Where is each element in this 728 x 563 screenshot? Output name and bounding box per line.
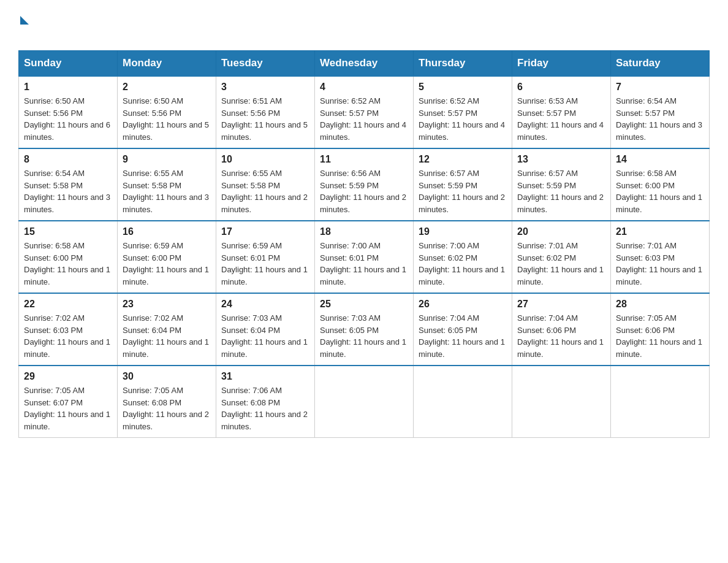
day-number: 7 [616,82,704,93]
calendar-cell: 23 Sunrise: 7:02 AMSunset: 6:04 PMDaylig… [118,293,216,366]
day-header-wednesday: Wednesday [315,51,414,77]
day-info: Sunrise: 7:05 AMSunset: 6:06 PMDaylight:… [616,313,702,359]
day-number: 16 [123,226,211,237]
calendar-cell: 16 Sunrise: 6:59 AMSunset: 6:00 PMDaylig… [118,221,216,293]
calendar-cell: 7 Sunrise: 6:54 AMSunset: 5:57 PMDayligh… [611,76,710,148]
calendar-cell: 9 Sunrise: 6:55 AMSunset: 5:58 PMDayligh… [118,148,216,221]
day-info: Sunrise: 7:02 AMSunset: 6:03 PMDaylight:… [24,313,110,359]
calendar-week-row: 1 Sunrise: 6:50 AMSunset: 5:56 PMDayligh… [19,76,710,148]
day-number: 27 [517,299,605,310]
day-number: 17 [221,226,309,237]
day-number: 10 [221,154,309,165]
day-number: 5 [419,82,507,93]
day-header-tuesday: Tuesday [216,51,315,77]
day-number: 24 [221,299,309,310]
day-number: 30 [123,371,211,382]
day-info: Sunrise: 6:54 AMSunset: 5:57 PMDaylight:… [616,96,702,142]
day-info: Sunrise: 6:58 AMSunset: 6:00 PMDaylight:… [24,241,110,286]
logo: G [18,12,33,40]
calendar-week-row: 8 Sunrise: 6:54 AMSunset: 5:58 PMDayligh… [19,148,710,221]
day-number: 12 [419,154,507,165]
day-number: 18 [320,226,408,237]
day-info: Sunrise: 6:53 AMSunset: 5:57 PMDaylight:… [517,96,604,142]
day-number: 28 [616,299,704,310]
day-number: 21 [616,226,704,237]
day-info: Sunrise: 7:00 AMSunset: 6:01 PMDaylight:… [320,241,406,286]
calendar-cell: 1 Sunrise: 6:50 AMSunset: 5:56 PMDayligh… [19,76,118,148]
day-info: Sunrise: 7:05 AMSunset: 6:07 PMDaylight:… [24,386,110,431]
day-info: Sunrise: 7:05 AMSunset: 6:08 PMDaylight:… [123,386,209,431]
day-info: Sunrise: 7:00 AMSunset: 6:02 PMDaylight:… [419,241,505,286]
day-info: Sunrise: 7:03 AMSunset: 6:05 PMDaylight:… [320,313,406,359]
day-number: 2 [123,82,211,93]
calendar-cell: 25 Sunrise: 7:03 AMSunset: 6:05 PMDaylig… [315,293,414,366]
calendar-cell: 12 Sunrise: 6:57 AMSunset: 5:59 PMDaylig… [414,148,512,221]
calendar-cell: 18 Sunrise: 7:00 AMSunset: 6:01 PMDaylig… [315,221,414,293]
calendar-week-row: 15 Sunrise: 6:58 AMSunset: 6:00 PMDaylig… [19,221,710,293]
day-number: 31 [221,371,309,382]
calendar-cell: 21 Sunrise: 7:01 AMSunset: 6:03 PMDaylig… [611,221,710,293]
calendar-cell: 15 Sunrise: 6:58 AMSunset: 6:00 PMDaylig… [19,221,118,293]
calendar-cell: 30 Sunrise: 7:05 AMSunset: 6:08 PMDaylig… [118,366,216,438]
day-info: Sunrise: 7:03 AMSunset: 6:04 PMDaylight:… [221,313,308,359]
calendar-cell: 24 Sunrise: 7:03 AMSunset: 6:04 PMDaylig… [216,293,315,366]
day-number: 15 [24,226,112,237]
calendar-week-row: 29 Sunrise: 7:05 AMSunset: 6:07 PMDaylig… [19,366,710,438]
calendar-cell [611,366,710,438]
day-number: 26 [419,299,507,310]
calendar-cell: 22 Sunrise: 7:02 AMSunset: 6:03 PMDaylig… [19,293,118,366]
day-info: Sunrise: 6:50 AMSunset: 5:56 PMDaylight:… [24,96,110,142]
day-info: Sunrise: 6:57 AMSunset: 5:59 PMDaylight:… [517,169,604,214]
calendar-cell: 11 Sunrise: 6:56 AMSunset: 5:59 PMDaylig… [315,148,414,221]
day-header-saturday: Saturday [611,51,710,77]
day-number: 29 [24,371,112,382]
day-number: 4 [320,82,408,93]
day-number: 19 [419,226,507,237]
calendar-cell: 20 Sunrise: 7:01 AMSunset: 6:02 PMDaylig… [512,221,611,293]
day-info: Sunrise: 6:59 AMSunset: 6:01 PMDaylight:… [221,241,308,286]
calendar-week-row: 22 Sunrise: 7:02 AMSunset: 6:03 PMDaylig… [19,293,710,366]
day-number: 13 [517,154,605,165]
calendar-cell: 26 Sunrise: 7:04 AMSunset: 6:05 PMDaylig… [414,293,512,366]
calendar-cell: 31 Sunrise: 7:06 AMSunset: 6:08 PMDaylig… [216,366,315,438]
header: G [18,12,710,40]
day-info: Sunrise: 6:52 AMSunset: 5:57 PMDaylight:… [320,96,406,142]
calendar-cell: 28 Sunrise: 7:05 AMSunset: 6:06 PMDaylig… [611,293,710,366]
calendar-cell [512,366,611,438]
calendar-cell: 27 Sunrise: 7:04 AMSunset: 6:06 PMDaylig… [512,293,611,366]
day-info: Sunrise: 6:57 AMSunset: 5:59 PMDaylight:… [419,169,505,214]
calendar-cell: 13 Sunrise: 6:57 AMSunset: 5:59 PMDaylig… [512,148,611,221]
day-info: Sunrise: 7:01 AMSunset: 6:03 PMDaylight:… [616,241,702,286]
calendar-cell [414,366,512,438]
calendar-cell: 14 Sunrise: 6:58 AMSunset: 6:00 PMDaylig… [611,148,710,221]
calendar-table: SundayMondayTuesdayWednesdayThursdayFrid… [18,50,710,438]
calendar-cell: 5 Sunrise: 6:52 AMSunset: 5:57 PMDayligh… [414,76,512,148]
day-number: 9 [123,154,211,165]
day-number: 11 [320,154,408,165]
day-info: Sunrise: 6:52 AMSunset: 5:57 PMDaylight:… [419,96,505,142]
day-number: 22 [24,299,112,310]
calendar-cell: 2 Sunrise: 6:50 AMSunset: 5:56 PMDayligh… [118,76,216,148]
day-number: 1 [24,82,112,93]
day-number: 25 [320,299,408,310]
day-number: 3 [221,82,309,93]
day-info: Sunrise: 6:54 AMSunset: 5:58 PMDaylight:… [24,169,110,214]
calendar-header-row: SundayMondayTuesdayWednesdayThursdayFrid… [19,51,710,77]
day-number: 14 [616,154,704,165]
day-info: Sunrise: 6:56 AMSunset: 5:59 PMDaylight:… [320,169,406,214]
day-info: Sunrise: 6:50 AMSunset: 5:56 PMDaylight:… [123,96,209,142]
day-info: Sunrise: 7:04 AMSunset: 6:06 PMDaylight:… [517,313,604,359]
calendar-cell: 17 Sunrise: 6:59 AMSunset: 6:01 PMDaylig… [216,221,315,293]
day-number: 8 [24,154,112,165]
calendar-cell: 3 Sunrise: 6:51 AMSunset: 5:56 PMDayligh… [216,76,315,148]
calendar-cell: 29 Sunrise: 7:05 AMSunset: 6:07 PMDaylig… [19,366,118,438]
day-info: Sunrise: 6:58 AMSunset: 6:00 PMDaylight:… [616,169,702,214]
day-header-sunday: Sunday [19,51,118,77]
day-info: Sunrise: 6:59 AMSunset: 6:00 PMDaylight:… [123,241,209,286]
day-number: 6 [517,82,605,93]
calendar-cell: 4 Sunrise: 6:52 AMSunset: 5:57 PMDayligh… [315,76,414,148]
day-info: Sunrise: 6:51 AMSunset: 5:56 PMDaylight:… [221,96,308,142]
day-info: Sunrise: 7:04 AMSunset: 6:05 PMDaylight:… [419,313,505,359]
day-info: Sunrise: 7:06 AMSunset: 6:08 PMDaylight:… [221,386,308,431]
day-header-thursday: Thursday [414,51,512,77]
